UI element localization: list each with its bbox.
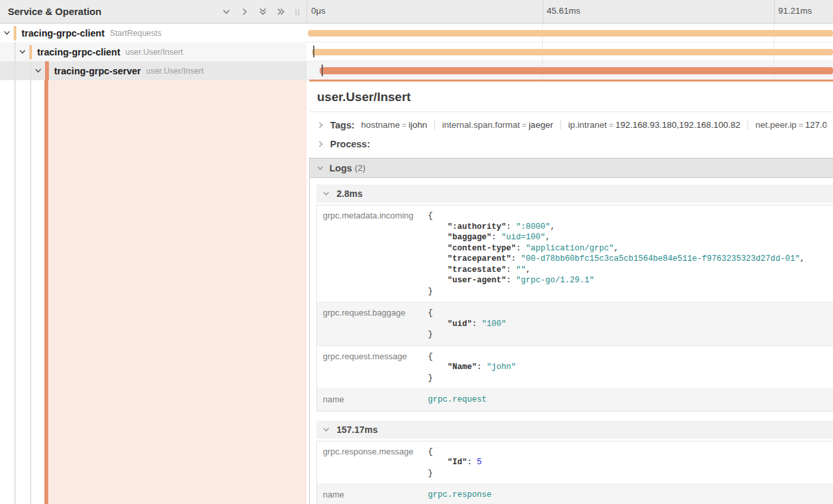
ruler-tick-label: 91.21ms [778, 6, 812, 16]
chevron-down-icon[interactable] [316, 164, 324, 172]
logs-body: 2.8msgrpc.metadata.incoming{ ":authority… [310, 178, 833, 504]
timeline-ruler: 0μs45.61ms91.21ms [307, 0, 833, 23]
chevron-down-icon[interactable] [34, 67, 42, 75]
field-key: grpc.response.message [317, 441, 427, 484]
logs-label: Logs [329, 163, 352, 173]
logs-header[interactable]: Logs (2) [310, 158, 833, 178]
span-color-bar [45, 61, 49, 80]
span-tree-row[interactable]: tracing-grpc-clientStartRequests [0, 23, 307, 42]
chevron-down-icon[interactable] [322, 426, 330, 434]
tag-key: hostname [361, 120, 400, 130]
tag-separator [748, 120, 748, 130]
log-timestamp: 2.8ms [337, 188, 363, 199]
json-line: "tracestate": "", [428, 265, 805, 276]
field-value: grpc.response [427, 484, 492, 504]
chevron-right-icon[interactable] [317, 140, 325, 148]
tags-accordion[interactable]: Tags: hostname=ijohninternal.span.format… [309, 115, 833, 134]
json-line: "uid": "100" [428, 319, 506, 330]
ruler-tick-line [543, 0, 543, 23]
process-accordion[interactable]: Process: [309, 134, 833, 153]
tag-equals: = [796, 121, 805, 130]
tag-item: net.peer.ip=127.0 [755, 120, 826, 130]
panel-resize-grip[interactable]: || [295, 8, 300, 16]
tree-header-icons [221, 7, 286, 16]
json-line: "traceparent": "00-d78bb60bfc15c3ca5cb15… [428, 254, 805, 265]
expand-one-icon[interactable] [221, 7, 231, 16]
tag-value: 192.168.93.180,192.168.100.82 [616, 120, 740, 130]
json-line: "user-agent": "grpc-go/1.29.1" [428, 275, 805, 286]
logs-accordion: Logs (2) 2.8msgrpc.metadata.incoming{ ":… [309, 158, 833, 504]
key-value-row: namegrpc.request [317, 389, 833, 411]
chevron-down-icon[interactable] [18, 48, 27, 56]
span-tree: tracing-grpc-clientStartRequeststracing-… [0, 23, 307, 80]
tree-header-title: Service & Operation [8, 6, 101, 17]
json-line: } [428, 468, 482, 479]
span-service-name: tracing-grpc-client [22, 28, 104, 38]
json-line: grpc.request [428, 394, 487, 406]
span-service-name: tracing-grpc-client [37, 47, 120, 57]
tag-item: hostname=ijohn [361, 120, 427, 130]
expand-all-icon[interactable] [258, 7, 267, 16]
field-value: { "Id": 5} [427, 441, 482, 484]
span-operation-name: user.User/Insert [146, 67, 204, 76]
tag-value: ijohn [408, 120, 427, 130]
log-entry: 157.17msgrpc.response.message{ "Id": 5}n… [316, 421, 833, 504]
ruler-tick-label: 45.61ms [547, 6, 581, 16]
field-value: grpc.request [427, 389, 487, 411]
json-line: { [428, 211, 805, 222]
tag-item: ip.intranet=192.168.93.180,192.168.100.8… [568, 120, 740, 130]
key-value-table: grpc.metadata.incoming{ ":authority": ":… [316, 205, 833, 411]
field-key: grpc.request.message [317, 346, 427, 389]
field-key: grpc.metadata.incoming [317, 205, 427, 302]
process-label: Process: [330, 139, 370, 149]
chevron-down-icon[interactable] [322, 190, 330, 198]
span-color-bar [29, 45, 32, 59]
tag-key: internal.span.format [442, 120, 520, 130]
tree-indent-guide [30, 61, 31, 504]
tag-key: ip.intranet [568, 120, 607, 130]
field-value: { ":authority": ":8000", "baggage": "uid… [427, 205, 805, 302]
json-line: { [428, 351, 516, 363]
json-line: } [428, 329, 506, 340]
collapse-all-icon[interactable] [276, 7, 286, 16]
span-duration-bar[interactable] [312, 49, 833, 55]
tag-key: net.peer.ip [755, 120, 796, 130]
span-detail-card: user.User/Insert Tags: hostname=ijohnint… [309, 80, 833, 504]
json-line: grpc.response [428, 490, 492, 501]
json-line: "baggage": "uid=100", [428, 232, 805, 243]
field-key: name [317, 484, 427, 504]
field-key: name [317, 389, 427, 411]
json-line: { [428, 447, 482, 458]
tag-equals: = [607, 121, 615, 130]
tags-list: hostname=ijohninternal.span.format=jaege… [361, 120, 826, 130]
ruler-tick-label: 0μs [311, 6, 326, 16]
tag-value: 127.0 [805, 120, 826, 130]
json-line: } [428, 373, 516, 384]
collapse-one-icon[interactable] [239, 7, 249, 16]
span-duration-bar[interactable] [308, 30, 833, 37]
key-value-row: namegrpc.response [317, 484, 833, 504]
timeline-panel: 0μs45.61ms91.21ms [307, 0, 833, 80]
span-operation-name: user.User/Insert [125, 48, 183, 57]
json-line: ":authority": ":8000", [428, 222, 805, 233]
chevron-right-icon[interactable] [317, 121, 325, 129]
key-value-row: grpc.response.message{ "Id": 5} [317, 441, 833, 485]
field-value: { "uid": "100"} [427, 303, 506, 346]
span-duration-bar[interactable] [320, 67, 833, 74]
log-entry-header[interactable]: 2.8ms [316, 185, 833, 203]
json-line: "content-type": "application/grpc", [428, 243, 805, 254]
selected-span-detail-tint [48, 80, 307, 504]
chevron-down-icon[interactable] [3, 29, 11, 37]
key-value-row: grpc.request.message{ "Name": "john"} [317, 346, 833, 390]
ruler-tick-line [774, 0, 775, 23]
span-detail-title: user.User/Insert [309, 82, 833, 112]
span-service-name: tracing-grpc-server [54, 66, 141, 76]
span-tree-row[interactable]: tracing-grpc-clientuser.User/Insert [0, 42, 307, 61]
span-tree-row[interactable]: tracing-grpc-serveruser.User/Insert [0, 61, 307, 80]
tag-separator [560, 120, 561, 130]
tree-header: Service & Operation || [0, 0, 307, 23]
json-line: "Name": "john" [428, 362, 516, 373]
tags-label: Tags: [330, 120, 355, 130]
log-entry-header[interactable]: 157.17ms [316, 421, 833, 439]
field-key: grpc.request.baggage [317, 303, 427, 346]
